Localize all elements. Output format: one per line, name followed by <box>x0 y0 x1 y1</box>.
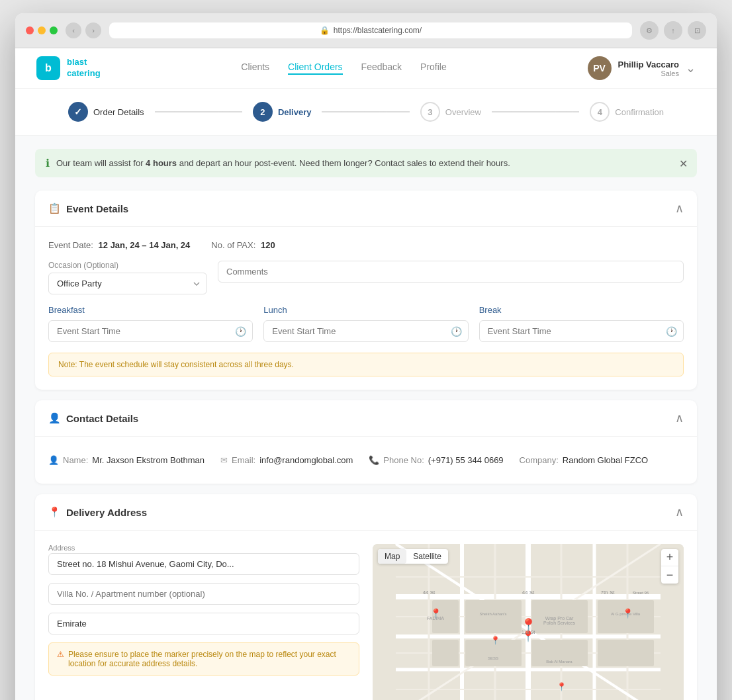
villa-input[interactable] <box>48 583 359 605</box>
svg-text:44 St: 44 St <box>423 590 435 595</box>
nav-profile[interactable]: Profile <box>420 62 447 75</box>
user-info: Phillip Vaccaro Sales <box>618 60 680 77</box>
zoom-out-button[interactable]: − <box>661 566 678 584</box>
step-overview: 3 Overview <box>420 102 481 122</box>
step-4-circle: 4 <box>590 102 610 122</box>
occasion-label: Occasion (Optional) <box>48 261 207 270</box>
minimize-button[interactable] <box>38 26 46 34</box>
calendar-icon: 📋 <box>48 202 61 214</box>
lunch-time-input[interactable] <box>263 320 468 342</box>
logo-text: blast catering <box>67 57 101 79</box>
event-date-row: Event Date: 12 Jan, 24 – 14 Jan, 24 No. … <box>48 240 684 250</box>
address-form: Address Emirate Dubai Abu Dhabi Sharjah <box>48 544 359 700</box>
main-nav: Clients Client Orders Feedback Profile <box>122 62 567 75</box>
svg-text:SESS: SESS <box>488 656 498 660</box>
settings-icon[interactable]: ⚙ <box>640 21 659 40</box>
map-tabs: Map Satellite <box>378 549 448 564</box>
breakfast-col: Breakfast 🕐 <box>48 305 253 342</box>
map-tab-map[interactable]: Map <box>378 549 406 564</box>
back-nav-icon[interactable]: ‹ <box>66 22 81 38</box>
step-2-circle: 2 <box>253 102 273 122</box>
address-input-group: Address <box>48 544 359 575</box>
breakfast-time-input[interactable] <box>48 320 253 342</box>
lunch-col: Lunch 🕐 <box>263 305 468 342</box>
emirate-select[interactable]: Emirate Dubai Abu Dhabi Sharjah <box>48 613 359 634</box>
break-time-input[interactable] <box>479 320 684 342</box>
contact-company-field: Company: Random Global FZCO <box>520 455 649 465</box>
event-details-section: 📋 Event Details ∧ Event Date: 12 Jan, 24… <box>35 191 697 390</box>
user-icon: 👤 <box>48 412 61 424</box>
nav-client-orders[interactable]: Client Orders <box>288 62 342 75</box>
lock-icon: 🔒 <box>320 26 330 35</box>
close-icon[interactable]: ✕ <box>679 157 688 169</box>
close-button[interactable] <box>26 26 34 34</box>
logo-icon: b <box>36 56 60 80</box>
email-icon: ✉ <box>220 455 228 465</box>
map-tab-satellite[interactable]: Satellite <box>406 549 448 564</box>
svg-rect-23 <box>432 640 459 666</box>
occasion-comments-row: Occasion (Optional) Office Party Birthda… <box>48 261 684 294</box>
nav-feedback[interactable]: Feedback <box>361 62 402 75</box>
person-icon: 👤 <box>48 455 59 465</box>
contact-details-section: 👤 Contact Details ∧ 👤 Name: Mr. Jaxson E… <box>35 400 697 484</box>
address-input[interactable] <box>48 553 359 575</box>
delivery-address-title: 📍 Delivery Address <box>48 506 147 518</box>
address-label: Address <box>48 544 359 552</box>
contact-details-header: 👤 Contact Details ∧ <box>35 400 697 437</box>
contact-info-row: 👤 Name: Mr. Jaxson Ekstrom Bothman ✉ Ema… <box>48 450 684 470</box>
contact-email-field: ✉ Email: info@randomglobal.com <box>220 455 353 465</box>
progress-steps: ✓ Order Details 2 Delivery 3 Overview 4 … <box>15 89 717 136</box>
step-confirmation: 4 Confirmation <box>590 102 664 122</box>
address-bar[interactable]: 🔒 https://blastcatering.com/ <box>109 22 632 38</box>
delivery-address-collapse-icon[interactable]: ∧ <box>675 505 684 519</box>
info-banner: ℹ Our team will assist for 4 hours and d… <box>35 149 697 177</box>
url-text: https://blastcatering.com/ <box>334 26 422 35</box>
occasion-group: Occasion (Optional) Office Party Birthda… <box>48 261 207 294</box>
svg-text:📍: 📍 <box>557 681 567 691</box>
step-connector-2 <box>322 111 409 112</box>
user-role: Sales <box>618 69 680 77</box>
step-1-label: Order Details <box>93 107 144 117</box>
browser-chrome: ‹ › 🔒 https://blastcatering.com/ ⚙ ↑ ⊡ <box>15 13 717 48</box>
breakfast-time-wrap: 🕐 <box>48 320 253 342</box>
step-1-circle: ✓ <box>68 102 88 122</box>
meal-times-row: Breakfast 🕐 Lunch 🕐 <box>48 305 684 342</box>
clock-icon-lunch: 🕐 <box>451 326 462 337</box>
delivery-address-header: 📍 Delivery Address ∧ <box>35 494 697 531</box>
user-dropdown-icon[interactable]: ⌄ <box>686 61 696 75</box>
contact-details-title: 👤 Contact Details <box>48 412 138 424</box>
event-details-collapse-icon[interactable]: ∧ <box>675 201 684 216</box>
content-area: ℹ Our team will assist for 4 hours and d… <box>15 136 717 700</box>
maximize-button[interactable] <box>50 26 58 34</box>
svg-rect-17 <box>465 600 522 633</box>
warning-icon: ⚠ <box>57 650 64 659</box>
bookmark-icon[interactable]: ⊡ <box>688 21 706 40</box>
map-container[interactable]: FADIMA Sheikh Aahan's Wrap Pro Car Polis… <box>373 544 684 700</box>
pax-field: No. of PAX: 120 <box>211 240 275 250</box>
location-icon: 📍 <box>48 506 61 518</box>
step-3-label: Overview <box>445 107 481 117</box>
map-zoom-controls: + − <box>661 549 678 584</box>
contact-details-collapse-icon[interactable]: ∧ <box>675 411 684 425</box>
contact-phone-field: 📞 Phone No: (+971) 55 344 0669 <box>369 455 503 465</box>
svg-text:Sheikh Aahan's: Sheikh Aahan's <box>479 612 506 616</box>
contact-details-body: 👤 Name: Mr. Jaxson Ekstrom Bothman ✉ Ema… <box>35 437 697 484</box>
comments-input[interactable] <box>218 261 684 283</box>
occasion-select[interactable]: Office Party Birthday Wedding <box>48 273 207 294</box>
step-4-label: Confirmation <box>615 107 664 117</box>
phone-icon: 📞 <box>369 455 379 465</box>
nav-clients[interactable]: Clients <box>241 62 269 75</box>
user-name: Phillip Vaccaro <box>618 60 680 69</box>
emirate-group: Emirate Dubai Abu Dhabi Sharjah <box>48 613 359 634</box>
map-warning-note: ⚠ Please ensure to place the marker prec… <box>48 642 359 676</box>
zoom-in-button[interactable]: + <box>661 549 678 566</box>
share-icon[interactable]: ↑ <box>664 21 682 40</box>
svg-text:Bab Al Manara: Bab Al Manara <box>546 660 572 664</box>
event-date-field: Event Date: 12 Jan, 24 – 14 Jan, 24 <box>48 240 190 250</box>
contact-name-field: 👤 Name: Mr. Jaxson Ekstrom Bothman <box>48 455 205 465</box>
event-details-header: 📋 Event Details ∧ <box>35 191 697 227</box>
svg-rect-24 <box>598 640 654 666</box>
forward-nav-icon[interactable]: › <box>85 22 101 38</box>
delivery-address-body: Address Emirate Dubai Abu Dhabi Sharjah <box>35 531 697 700</box>
browser-navigation: ‹ › <box>66 22 101 38</box>
